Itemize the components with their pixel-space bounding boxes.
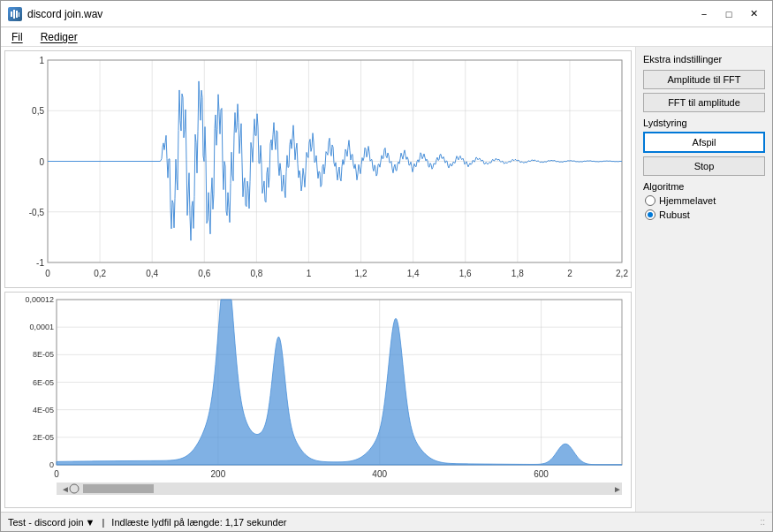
minimize-button[interactable]: −	[693, 4, 716, 24]
title-bar: discord join.wav − □ ✕	[1, 1, 772, 27]
fft-to-amplitude-button[interactable]: FFT til amplitude	[643, 93, 765, 112]
algoritme-label: Algoritme	[643, 181, 765, 192]
charts-area	[1, 47, 635, 512]
amplitude-to-fft-button[interactable]: Amplitude til FFT	[643, 70, 765, 89]
spectrum-canvas	[5, 293, 631, 507]
main-content: Ekstra indstillinger Amplitude til FFT F…	[1, 47, 772, 512]
waveform-chart	[4, 50, 632, 288]
window-title: discord join.wav	[27, 8, 102, 20]
status-info: Indlæste lydfil på længde: 1,17 sekunder	[111, 517, 286, 528]
waveform-canvas	[5, 51, 631, 287]
lydstyring-group: Lydstyring Afspil Stop	[643, 118, 765, 176]
algoritme-group: Algoritme Hjemmelavet Rubust	[643, 181, 765, 220]
radio-circle-rubust	[645, 209, 656, 220]
menu-fil[interactable]: Fil	[8, 30, 27, 44]
menu-rediger[interactable]: Rediger	[37, 30, 81, 44]
svg-rect-0	[11, 11, 12, 17]
svg-rect-2	[16, 11, 18, 18]
app-icon	[8, 7, 22, 21]
radio-circle-hjemmelavet	[645, 195, 656, 206]
svg-rect-1	[13, 10, 15, 19]
spectrum-chart	[4, 292, 632, 508]
menu-bar: Fil Rediger	[1, 27, 772, 47]
main-window: discord join.wav − □ ✕ Fil Rediger Eks	[0, 0, 773, 532]
maximize-button[interactable]: □	[717, 4, 740, 24]
stop-button[interactable]: Stop	[643, 156, 765, 176]
status-bar: Test - discord join ▼ | Indlæste lydfil …	[1, 512, 772, 531]
resize-handle: ::	[760, 517, 765, 527]
extra-settings-group: Ekstra indstillinger Amplitude til FFT F…	[643, 54, 765, 112]
lydstyring-label: Lydstyring	[643, 118, 765, 128]
svg-rect-3	[19, 12, 19, 17]
extra-settings-label: Ekstra indstillinger	[643, 54, 765, 65]
radio-rubust[interactable]: Rubust	[645, 209, 765, 220]
close-button[interactable]: ✕	[742, 4, 765, 24]
sidebar: Ekstra indstillinger Amplitude til FFT F…	[635, 47, 772, 512]
test-dropdown[interactable]: Test - discord join ▼	[8, 517, 95, 528]
radio-hjemmelavet[interactable]: Hjemmelavet	[645, 195, 765, 206]
afspil-button[interactable]: Afspil	[643, 132, 765, 153]
